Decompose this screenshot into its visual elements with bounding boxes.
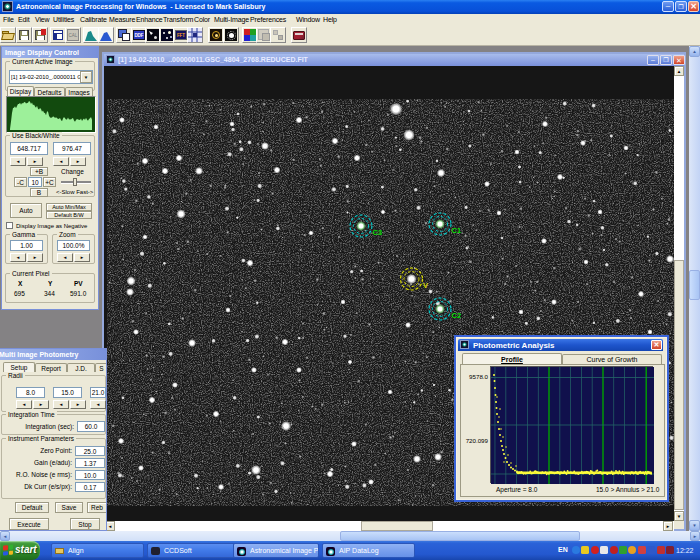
svg-text:C3: C3 xyxy=(373,228,383,237)
svg-text:C2: C2 xyxy=(452,311,462,320)
svg-text:V: V xyxy=(423,281,428,290)
svg-text:C1: C1 xyxy=(452,226,462,235)
